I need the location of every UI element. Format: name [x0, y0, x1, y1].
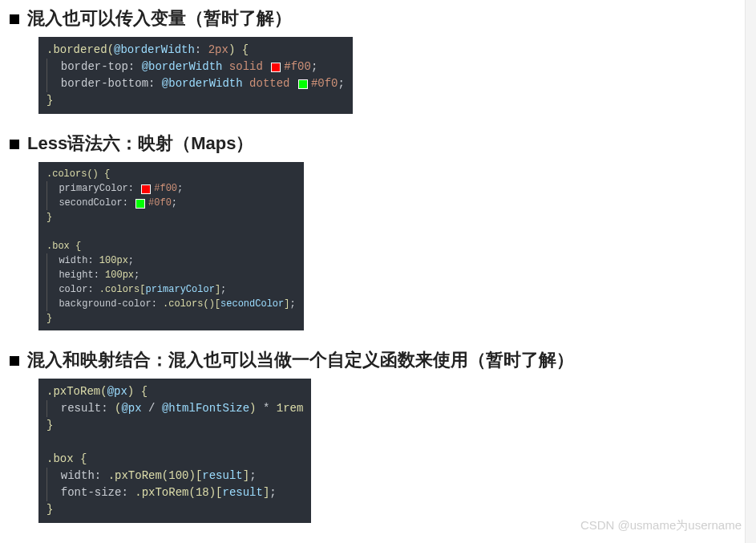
- code-line: color: .colors[primaryColor];: [46, 282, 296, 297]
- bullet-icon: [10, 356, 19, 366]
- code-wrap-3: .pxToRem(@px) { result: (@px / @htmlFont…: [38, 379, 756, 523]
- code-line: border-bottom: @borderWidth dotted #0f0;: [46, 75, 345, 92]
- code-line: border-top: @borderWidth solid #f00;: [46, 59, 345, 75]
- code-line: width: .pxToRem(100)[result];: [46, 468, 303, 484]
- code-block-1: .bordered(@borderWidth: 2px) { border-to…: [38, 37, 353, 114]
- document-content: 混入也可以传入变量（暂时了解） .bordered(@borderWidth: …: [0, 0, 756, 523]
- section-title-1: 混入也可以传入变量（暂时了解）: [27, 6, 292, 30]
- code-line: }: [46, 501, 303, 518]
- bullet-icon: [10, 140, 19, 149]
- code-line: [46, 225, 296, 239]
- code-line: primaryColor: #f00;: [46, 181, 296, 196]
- code-wrap-1: .bordered(@borderWidth: 2px) { border-to…: [38, 37, 756, 114]
- code-line: secondColor: #0f0;: [46, 196, 296, 210]
- code-line: .pxToRem(@px) {: [46, 383, 303, 400]
- code-line: [46, 434, 303, 451]
- code-line: .colors() {: [46, 167, 296, 181]
- code-line: background-color: .colors()[secondColor]…: [46, 297, 296, 311]
- scrollbar-track[interactable]: [745, 0, 756, 543]
- section-row-2: Less语法六：映射（Maps）: [10, 132, 756, 156]
- code-line: .box {: [46, 451, 303, 468]
- color-swatch-green: [298, 79, 308, 89]
- code-line: font-size: .pxToRem(18)[result];: [46, 484, 303, 501]
- code-line: width: 100px;: [46, 253, 296, 268]
- code-line: height: 100px;: [46, 268, 296, 282]
- code-line: }: [46, 311, 296, 326]
- color-swatch-green: [135, 199, 145, 209]
- section-title-2: Less语法六：映射（Maps）: [27, 132, 253, 156]
- code-line: result: (@px / @htmlFontSize) * 1rem: [46, 400, 303, 417]
- code-line: .box {: [46, 239, 296, 253]
- code-line: }: [46, 417, 303, 434]
- bullet-icon: [10, 14, 19, 24]
- section-row-3: 混入和映射结合：混入也可以当做一个自定义函数来使用（暂时了解）: [10, 348, 756, 372]
- code-line: }: [46, 210, 296, 225]
- code-block-3: .pxToRem(@px) { result: (@px / @htmlFont…: [38, 379, 311, 523]
- color-swatch-red: [141, 184, 151, 194]
- code-line: .bordered(@borderWidth: 2px) {: [46, 42, 345, 59]
- section-title-3: 混入和映射结合：混入也可以当做一个自定义函数来使用（暂时了解）: [27, 348, 574, 372]
- code-wrap-2: .colors() { primaryColor: #f00; secondCo…: [38, 162, 756, 330]
- color-swatch-red: [271, 63, 281, 72]
- watermark-text: CSDN @usmame为username: [580, 518, 742, 533]
- section-row-1: 混入也可以传入变量（暂时了解）: [10, 6, 756, 30]
- code-line: }: [46, 92, 345, 109]
- code-block-2: .colors() { primaryColor: #f00; secondCo…: [38, 162, 304, 330]
